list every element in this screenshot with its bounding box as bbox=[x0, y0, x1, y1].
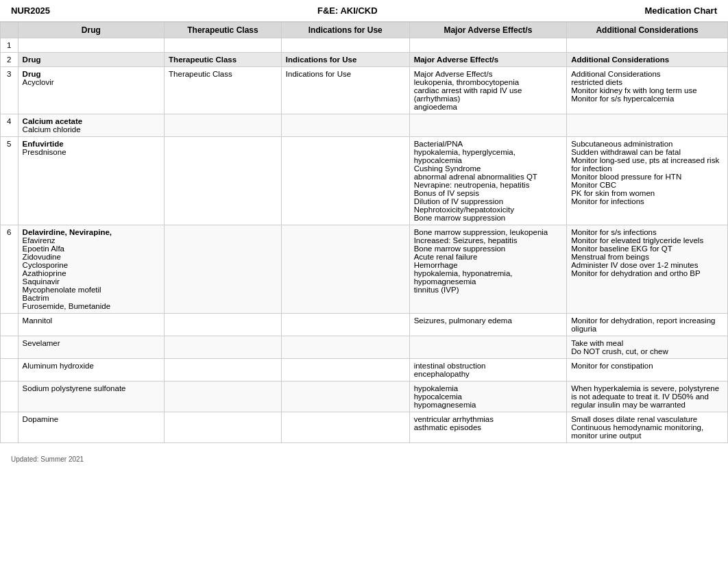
additional-line: Monitor CBC bbox=[571, 181, 616, 189]
drug-name: Calcium acetateCalcium chloride bbox=[18, 114, 164, 137]
header-right: Medication Chart bbox=[645, 5, 717, 16]
drug-secondary: Epoetin Alfa bbox=[23, 245, 64, 253]
page-container: NUR2025 F&E: AKI/CKD Medication Chart Dr… bbox=[0, 0, 728, 468]
additional-line: Sudden withdrawal can be fatal bbox=[571, 148, 681, 156]
adverse-line: tinnitus (IVP) bbox=[414, 286, 459, 294]
adverse-line: hypocalcemia bbox=[414, 392, 462, 401]
therapeutic-class bbox=[165, 225, 282, 314]
adverse-effects: Seizures, pulmonary edema bbox=[409, 314, 566, 336]
footer: Updated: Summer 2021 bbox=[0, 450, 728, 468]
additional-line: Small doses dilate renal vasculature bbox=[571, 415, 697, 423]
drug-name: Aluminum hydroxide bbox=[18, 359, 164, 381]
additional-considerations: Monitor for dehydration, report increasi… bbox=[567, 314, 728, 336]
drug-secondary: Bactrim bbox=[23, 294, 49, 302]
indication bbox=[281, 314, 409, 336]
drug-name: Drug bbox=[18, 53, 164, 67]
adverse-line: Dilution of IV suppression bbox=[414, 197, 503, 205]
drug-name: Mannitol bbox=[18, 314, 164, 336]
adverse-line: Major Adverse Effect/s bbox=[414, 55, 499, 64]
additional-line: Monitor kidney fx with long term use bbox=[571, 86, 696, 95]
adverse-line: Major Adverse Effect/s bbox=[414, 70, 493, 78]
row-num: 6 bbox=[1, 225, 19, 314]
therapeutic-class bbox=[165, 336, 282, 359]
therapeutic-class bbox=[165, 381, 282, 412]
drug-name: Dopamine bbox=[18, 412, 164, 443]
additional-considerations: Monitor for s/s infectionsMonitor for el… bbox=[567, 225, 728, 314]
adverse-line: hypocalcemia bbox=[414, 156, 462, 164]
drug-secondary: Efavirenz bbox=[23, 236, 56, 245]
drug-name: DrugAcyclovir bbox=[18, 67, 164, 114]
row-num bbox=[1, 381, 19, 412]
col-adverse: Major Adverse Effect/s bbox=[409, 23, 566, 38]
table-row: Dopamineventricular arrhythmiasasthmatic… bbox=[1, 412, 728, 443]
drug-secondary: Cyclosporine bbox=[23, 261, 68, 269]
drug-secondary: Azathioprine bbox=[23, 269, 66, 277]
adverse-effects bbox=[409, 114, 566, 137]
adverse-line: hypokalemia bbox=[414, 384, 459, 392]
header-center: F&E: AKI/CKD bbox=[317, 5, 378, 16]
adverse-line: Bonus of IV sepsis bbox=[414, 189, 479, 197]
additional-line: Continuous hemodynamic monitoring, monit… bbox=[571, 423, 703, 440]
therapeutic-class bbox=[165, 359, 282, 381]
drug-secondary: Presdnisone bbox=[23, 148, 66, 156]
additional-considerations: Subcutaneous administrationSudden withdr… bbox=[567, 137, 728, 225]
adverse-line: cardiac arrest with rapid IV use (arrhyt… bbox=[414, 86, 522, 103]
adverse-line: hypokalemia, hyperglycemia, bbox=[414, 148, 515, 156]
adverse-line: Acute renal failure bbox=[414, 253, 478, 261]
indication bbox=[281, 412, 409, 443]
adverse-line: Nephrotoxicity/hepatotoxicity bbox=[414, 205, 514, 214]
indication bbox=[281, 359, 409, 381]
adverse-line: Seizures, pulmonary edema bbox=[414, 316, 512, 325]
drug-name: Delavirdine, Nevirapine,EfavirenzEpoetin… bbox=[18, 225, 164, 314]
additional-line: Subcutaneous administration bbox=[571, 140, 672, 148]
indication: Indications for Use bbox=[281, 53, 409, 67]
additional-considerations: Additional Considerations bbox=[567, 53, 728, 67]
table-row: Aluminum hydroxideintestinal obstruction… bbox=[1, 359, 728, 381]
adverse-effects bbox=[409, 336, 566, 359]
additional-considerations bbox=[567, 38, 728, 53]
adverse-line: ventricular arrhythmias bbox=[414, 415, 494, 423]
therapeutic-class: Therapeutic Class bbox=[165, 53, 282, 67]
adverse-effects: Bone marrow suppression, leukopeniaIncre… bbox=[409, 225, 566, 314]
drug-secondary: Zidovudine bbox=[23, 253, 61, 261]
row-num: 5 bbox=[1, 137, 19, 225]
additional-line: Monitor for constipation bbox=[571, 362, 653, 370]
col-num bbox=[1, 23, 19, 38]
table-row: 1 bbox=[1, 38, 728, 53]
table-row: 6Delavirdine, Nevirapine,EfavirenzEpoeti… bbox=[1, 225, 728, 314]
indication bbox=[281, 381, 409, 412]
adverse-effects: ventricular arrhythmiasasthmatic episode… bbox=[409, 412, 566, 443]
additional-line: restricted diets bbox=[571, 78, 622, 86]
page-header: NUR2025 F&E: AKI/CKD Medication Chart bbox=[0, 0, 728, 22]
adverse-effects: hypokalemiahypocalcemiahypomagnesemia bbox=[409, 381, 566, 412]
additional-considerations: Small doses dilate renal vasculatureCont… bbox=[567, 412, 728, 443]
adverse-line: Bone marrow suppression bbox=[414, 245, 506, 253]
additional-line: Additional Considerations bbox=[571, 70, 660, 78]
drug-name: Sodium polystyrene sulfonate bbox=[18, 381, 164, 412]
additional-line: PK for skin from women bbox=[571, 189, 655, 197]
row-num bbox=[1, 359, 19, 381]
table-row: MannitolSeizures, pulmonary edemaMonitor… bbox=[1, 314, 728, 336]
table-row: 4Calcium acetateCalcium chloride bbox=[1, 114, 728, 137]
additional-considerations bbox=[567, 114, 728, 137]
indication bbox=[281, 114, 409, 137]
row-num: 4 bbox=[1, 114, 19, 137]
table-row: 3DrugAcyclovirTherapeutic ClassIndicatio… bbox=[1, 67, 728, 114]
additional-line: Monitor baseline EKG for QT bbox=[571, 245, 672, 253]
adverse-effects bbox=[409, 38, 566, 53]
adverse-line: hypokalemia, hyponatremia, hypomagnesemi… bbox=[414, 269, 513, 286]
indication: Indications for Use bbox=[281, 67, 409, 114]
adverse-effects: Major Adverse Effect/sleukopenia, thromb… bbox=[409, 67, 566, 114]
additional-line: When hyperkalemia is severe, polystyrene… bbox=[571, 384, 719, 409]
therapeutic-class bbox=[165, 412, 282, 443]
adverse-line: asthmatic episodes bbox=[414, 423, 481, 431]
indication bbox=[281, 225, 409, 314]
additional-line: Additional Considerations bbox=[571, 55, 669, 64]
therapeutic-class bbox=[165, 137, 282, 225]
adverse-line: encephalopathy bbox=[414, 370, 470, 378]
therapeutic-class bbox=[165, 114, 282, 137]
col-drug: Drug bbox=[18, 23, 164, 38]
drug-secondary: Mycophenolate mofetil bbox=[23, 286, 101, 294]
additional-line: Monitor for elevated triglyceride levels bbox=[571, 236, 703, 245]
row-num: 2 bbox=[1, 53, 19, 67]
